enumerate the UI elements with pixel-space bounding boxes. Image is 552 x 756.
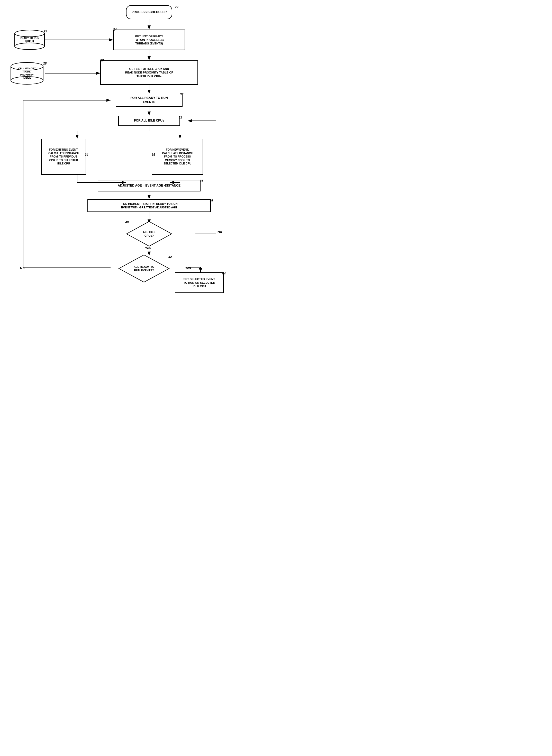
process-scheduler-node: PROCESS SCHEDULER <box>126 5 172 19</box>
ref-24: 24 <box>113 28 117 31</box>
ready-queue-label: READY TO RUNQUEUE <box>18 34 41 46</box>
diagram-container: PROCESS SCHEDULER 20 READY TO RUNQUEUE 2… <box>0 0 232 308</box>
ref-44: 44 <box>222 272 226 275</box>
for-all-ready-label: FOR ALL READY TO RUNEVENTS <box>130 96 168 104</box>
find-highest-label: FIND HIGHEST PRIORITY, READY TO RUNEVENT… <box>121 202 178 209</box>
adjusted-age-node: ADJUSTED AGE = EVENT AGE -DISTANCE <box>98 180 200 191</box>
all-idle-cpus-diamond: ALL IDLECPUs? <box>126 221 172 247</box>
ref-36: 36 <box>200 179 203 183</box>
ref-38: 38 <box>210 199 213 202</box>
get-idle-label: GET LIST OF IDLE CPUs ANDREAD NODE PROXI… <box>125 67 173 78</box>
get-list-label: GET LIST OF READYTO RUN PROCESSES/THREAD… <box>134 34 164 45</box>
ref-28: 28 <box>43 62 46 65</box>
ref-42: 42 <box>168 255 172 259</box>
set-selected-label: SET SELECTED EVENTTO RUN ON SELECTEDIDLE… <box>183 277 215 288</box>
adjusted-age-label: ADJUSTED AGE = EVENT AGE -DISTANCE <box>118 184 180 188</box>
for-all-ready-node: FOR ALL READY TO RUNEVENTS <box>116 94 182 107</box>
ref-22: 22 <box>44 29 47 33</box>
existing-event-label: FOR EXISTING EVENT,CALCULATE DISTANCEFRO… <box>48 148 79 166</box>
no-label-42: No <box>20 266 24 270</box>
for-all-idle-label: FOR ALL IDLE CPUs <box>134 119 164 123</box>
no-label-38: No <box>218 230 222 234</box>
yes-label-40: Yes <box>145 246 151 250</box>
ref-30: 30 <box>180 92 183 96</box>
new-event-node: FOR NEW EVENT,CALCULATE DISTANCEFROM ITS… <box>152 139 203 175</box>
get-list-processes-node: GET LIST OF READYTO RUN PROCESSES/THREAD… <box>113 29 185 50</box>
ready-to-run-queue-node: READY TO RUNQUEUE <box>14 29 45 50</box>
all-idle-label: ALL IDLECPUs? <box>143 230 155 238</box>
ref-35: 35 <box>152 153 155 157</box>
set-selected-node: SET SELECTED EVENTTO RUN ON SELECTEDIDLE… <box>175 272 224 293</box>
ref-34: 34 <box>85 153 88 157</box>
ref-40: 40 <box>125 220 129 224</box>
ref-20: 20 <box>175 5 178 9</box>
cpu-memory-label: CPU/ MEMORYNODEPROXIMITYTABLE <box>17 64 37 82</box>
process-scheduler-label: PROCESS SCHEDULER <box>132 10 167 14</box>
ref-32: 32 <box>179 116 182 119</box>
existing-event-node: FOR EXISTING EVENT,CALCULATE DISTANCEFRO… <box>41 139 86 175</box>
for-all-idle-cpus-node: FOR ALL IDLE CPUs <box>118 116 180 126</box>
yes-label-42: Yes <box>185 266 191 270</box>
cpu-memory-table-node: CPU/ MEMORYNODEPROXIMITYTABLE <box>10 62 44 85</box>
all-ready-events-diamond: ALL READY TORUN EVENTS? <box>118 254 170 282</box>
ref-26: 26 <box>100 58 104 62</box>
all-ready-label: ALL READY TORUN EVENTS? <box>134 265 154 272</box>
find-highest-node: FIND HIGHEST PRIORITY, READY TO RUNEVENT… <box>88 199 211 212</box>
new-event-label: FOR NEW EVENT,CALCULATE DISTANCEFROM ITS… <box>162 148 192 166</box>
get-idle-cpus-node: GET LIST OF IDLE CPUs ANDREAD NODE PROXI… <box>100 60 198 85</box>
